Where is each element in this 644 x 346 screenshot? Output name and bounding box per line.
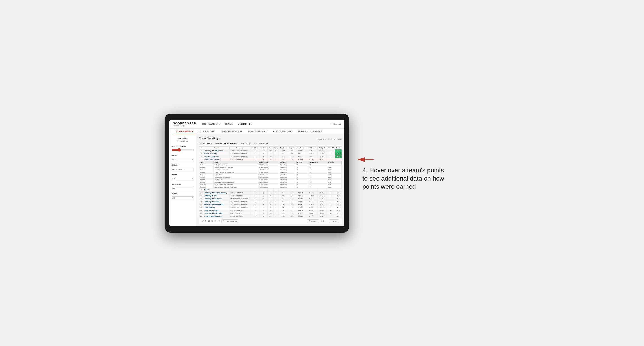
watch-label: Watch ▾ (311, 220, 318, 222)
cell-school: Mississippi State University (203, 203, 230, 206)
cell-points[interactable]: 88.14 (335, 209, 342, 212)
cell-bnds: 24 (268, 197, 274, 200)
school-select-wrapper: (All) (172, 195, 194, 200)
table-row-highlighted[interactable]: 4 Arizona State University Pac-12 Confer… (199, 158, 342, 161)
cell-wins: 272 (273, 149, 279, 152)
cell-school: Auburn University (203, 152, 230, 155)
cell-points[interactable]: — (335, 188, 342, 191)
redo-icon[interactable]: ↻ (205, 220, 207, 222)
col-points: Points (335, 146, 342, 149)
cell-points[interactable]: 88.49 (335, 197, 342, 200)
settings-icon[interactable]: ⚙ (208, 220, 210, 222)
cell-vs50: — (326, 215, 335, 218)
cell-points[interactable]: 97.02 (335, 149, 342, 152)
table-row[interactable]: 2 Auburn University Southeastern Confere… (199, 152, 342, 155)
table-row[interactable]: 5 Texas T... ... — — — — — — — — (199, 188, 342, 191)
clock-icon[interactable]: 🕐 (218, 220, 220, 222)
table-row[interactable]: 3 Vanderbilt University Southeastern Con… (199, 155, 342, 158)
sub-cell-division: NCAA Division I (258, 183, 279, 186)
cell-tours: 7 (260, 191, 268, 194)
cell-conference: Southeastern Conference (230, 155, 250, 158)
sub-table-row: Team Event Event Division Event Type Rou… (199, 161, 342, 188)
cell-avg-sg: 1.38 (288, 206, 296, 209)
sub-cell-points: 74.91 (327, 171, 342, 173)
cell-bnds: 14 (268, 206, 274, 209)
nav-committee[interactable]: COMMITTEE (238, 122, 252, 126)
conference-select[interactable]: (All) (172, 187, 194, 190)
nav-tournaments[interactable]: TOURNAMENTS (202, 122, 220, 126)
undo-icon[interactable]: ↺ (202, 220, 204, 222)
gender-select[interactable]: Men's Women's (172, 158, 194, 162)
table-row[interactable]: 24 University of Oregon Pac-12 Conferenc… (199, 209, 342, 212)
cell-tours: 7 (260, 203, 268, 206)
table-row[interactable]: 19 University of Texas Big 12 Conference… (199, 194, 342, 197)
tab-player-h2h-grid[interactable]: PLAYER H2H GRID (270, 129, 295, 134)
sub-cell-event: Copper Cup (214, 173, 258, 176)
cell-overall: 13-23-2 (305, 194, 318, 197)
cell-points[interactable]: 88.48 (335, 200, 342, 203)
sub-table-row-item: Univers... Southern Highlands Collegiate… (200, 166, 342, 169)
cell-tours: 8 (260, 158, 268, 161)
cell-adj-score: 280.7 (279, 215, 288, 218)
annotation-panel: 4. Hover over a team's points to see add… (362, 155, 448, 191)
table-row[interactable]: 18 University of California, Berkeley Pa… (199, 191, 342, 194)
table-row[interactable]: 23 Duke University Atlantic Coast Confer… (199, 206, 342, 209)
grid-icon[interactable]: ⊞ (214, 220, 216, 222)
cell-points[interactable]: 83.41 (335, 203, 342, 206)
table-row[interactable]: 1 University of North Carolina Atlantic … (199, 149, 342, 152)
share-icon: ↗ (330, 220, 332, 222)
comment-icon[interactable]: 💬 (321, 220, 324, 222)
cell-points-highlighted[interactable]: 78.5 (335, 158, 342, 161)
cell-points[interactable]: 88.71 (335, 206, 342, 209)
view-original-button[interactable]: 👁 View: Original (222, 219, 238, 223)
table-row[interactable]: 22 Mississippi State University Southeas… (199, 203, 342, 206)
share-button[interactable]: ↗ Share (329, 219, 339, 223)
region-select[interactable]: N/A (172, 177, 194, 181)
table-row[interactable]: 21 University of Alabama Southeastern Co… (199, 200, 342, 203)
cell-points[interactable]: 83.89 (335, 212, 342, 215)
tablet-screen: SCOREBOARD Powered by clippi TOURNAMENTS… (170, 120, 344, 226)
cell-low: 46-29-0 (296, 203, 305, 206)
cell-points[interactable]: 88.70 (335, 194, 342, 197)
table-row[interactable]: 25 University of North Florida ASUN Conf… (199, 212, 342, 215)
cell-conference: Southeastern Conference (230, 152, 250, 155)
cell-conference: ... (230, 188, 250, 191)
tab-team-summary[interactable]: TEAM SUMMARY (173, 129, 196, 135)
cell-low: — (296, 188, 305, 191)
watch-button[interactable]: 👁 Watch ▾ (307, 219, 319, 223)
cell-adj-score: 272.6 (279, 155, 288, 158)
sub-cell-division: NCAA Division I (258, 176, 279, 178)
cell-wins: 5 (273, 158, 279, 161)
sub-cell-division: NCAA Division I (258, 166, 279, 169)
expand-icon[interactable]: ⤢ (325, 220, 327, 222)
table-row[interactable]: 20 University of New Mexico Mountain Wes… (199, 197, 342, 200)
cell-points[interactable]: 90.20 (335, 155, 342, 158)
sidebar-label-school: School (172, 192, 194, 194)
division-select[interactable]: NCAA Division I (172, 168, 194, 171)
tab-player-summary[interactable]: PLAYER SUMMARY (245, 129, 270, 134)
table-row[interactable]: 26 The Ohio State University Big Ten Con… (199, 215, 342, 218)
nav-teams[interactable]: TEAMS (225, 122, 233, 126)
sub-cell-points: 139.63 (327, 164, 342, 166)
cell-overall: — (305, 188, 318, 191)
copy-icon[interactable]: ⧉ (212, 220, 213, 222)
cell-points[interactable]: 93.31 (335, 152, 342, 155)
cell-adj-score: 278.1 (279, 206, 288, 209)
sidebar-label-rounds: Minimum Rounds (172, 145, 194, 147)
cell-conf-rank: 7 (250, 200, 260, 203)
tab-team-h2h-grid[interactable]: TEAM H2H GRID (196, 129, 218, 134)
cell-points[interactable]: 83.94 (335, 215, 342, 218)
school-select[interactable]: (All) (172, 196, 194, 200)
sub-cell-type: Stroke Play (279, 169, 296, 171)
cell-school: University of North Carolina (203, 149, 230, 152)
cell-low: 97-23-3 (296, 197, 305, 200)
tab-player-h2h-heatmap[interactable]: PLAYER H2H HEATMAP (295, 129, 325, 134)
filter-division-value: NCAA Division I (224, 143, 238, 145)
sub-cell-type: Match Play (279, 173, 296, 176)
rounds-slider[interactable] (172, 149, 194, 151)
tab-team-h2h-heatmap[interactable]: TEAM H2H HEATMAP (218, 129, 245, 134)
cell-conference: ASUN Conference (230, 212, 250, 215)
cell-points[interactable]: 83.07 (335, 191, 342, 194)
sign-out-button[interactable]: Sign out (330, 123, 341, 125)
cell-low: 55-21-0 (296, 215, 305, 218)
